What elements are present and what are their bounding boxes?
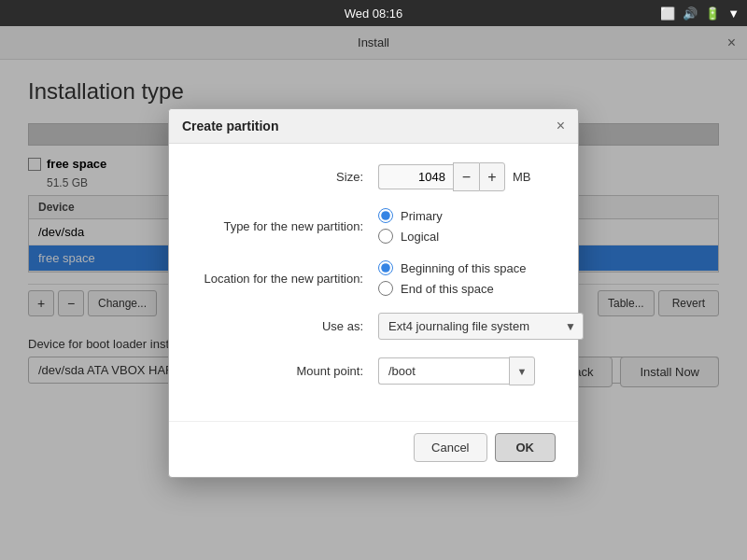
use-as-row: Use as: Ext4 journaling file system Ext3… bbox=[191, 313, 556, 340]
size-row: Size: − + MB bbox=[191, 162, 556, 191]
location-radio-group: Beginning of this space End of this spac… bbox=[378, 260, 556, 296]
volume-icon: 🔊 bbox=[683, 7, 698, 21]
radio-logical-input[interactable] bbox=[378, 229, 393, 244]
arrow-icon: ▼ bbox=[727, 7, 740, 21]
radio-beginning[interactable]: Beginning of this space bbox=[378, 260, 556, 275]
mount-point-input[interactable] bbox=[378, 357, 509, 385]
size-unit: MB bbox=[513, 170, 531, 184]
battery-icon: 🔋 bbox=[705, 7, 720, 21]
use-as-select[interactable]: Ext4 journaling file system Ext3 journal… bbox=[378, 313, 584, 340]
size-minus-button[interactable]: − bbox=[453, 162, 479, 191]
dialog-buttons: Cancel OK bbox=[169, 421, 578, 477]
partition-type-control: Primary Logical bbox=[378, 208, 556, 244]
location-control: Beginning of this space End of this spac… bbox=[378, 260, 556, 296]
radio-primary[interactable]: Primary bbox=[378, 208, 556, 223]
radio-end-input[interactable] bbox=[378, 281, 393, 296]
use-as-label: Use as: bbox=[191, 319, 378, 333]
dialog-titlebar: Create partition × bbox=[169, 109, 578, 144]
cancel-button[interactable]: Cancel bbox=[414, 433, 486, 462]
dialog-content: Size: − + MB Type for the new partition: bbox=[169, 144, 578, 421]
create-partition-dialog: Create partition × Size: − + MB bbox=[168, 108, 579, 478]
dialog-close-button[interactable]: × bbox=[557, 119, 565, 133]
dialog-title: Create partition bbox=[182, 119, 278, 133]
size-label: Size: bbox=[191, 170, 378, 184]
mount-point-row: Mount point: ▼ bbox=[191, 357, 556, 385]
radio-logical-label: Logical bbox=[401, 230, 439, 244]
location-row: Location for the new partition: Beginnin… bbox=[191, 260, 556, 296]
use-as-wrapper: Ext4 journaling file system Ext3 journal… bbox=[378, 313, 584, 340]
size-control: − + MB bbox=[378, 162, 556, 191]
partition-type-radio-group: Primary Logical bbox=[378, 208, 556, 244]
radio-primary-input[interactable] bbox=[378, 208, 393, 223]
partition-type-row: Type for the new partition: Primary Logi… bbox=[191, 208, 556, 244]
location-label: Location for the new partition: bbox=[191, 272, 378, 286]
partition-type-label: Type for the new partition: bbox=[191, 219, 378, 233]
radio-beginning-input[interactable] bbox=[378, 260, 393, 275]
radio-end[interactable]: End of this space bbox=[378, 281, 556, 296]
size-plus-button[interactable]: + bbox=[479, 162, 505, 191]
ok-button[interactable]: OK bbox=[495, 433, 557, 462]
size-input[interactable] bbox=[378, 164, 453, 189]
topbar: Wed 08:16 ⬜ 🔊 🔋 ▼ bbox=[0, 0, 747, 26]
mount-point-dropdown-button[interactable]: ▼ bbox=[509, 357, 535, 385]
main-window: Install × Installation type free space 5… bbox=[0, 26, 747, 560]
radio-beginning-label: Beginning of this space bbox=[401, 261, 526, 275]
mount-point-wrapper: ▼ bbox=[378, 357, 556, 385]
clock: Wed 08:16 bbox=[345, 7, 403, 21]
topbar-icons: ⬜ 🔊 🔋 ▼ bbox=[660, 7, 740, 21]
radio-end-label: End of this space bbox=[401, 282, 494, 296]
size-input-group: − + MB bbox=[378, 162, 556, 191]
radio-logical[interactable]: Logical bbox=[378, 229, 556, 244]
radio-primary-label: Primary bbox=[401, 209, 443, 223]
display-icon: ⬜ bbox=[660, 7, 675, 21]
mount-point-label: Mount point: bbox=[191, 364, 378, 378]
modal-overlay: Create partition × Size: − + MB bbox=[0, 26, 747, 560]
use-as-control: Ext4 journaling file system Ext3 journal… bbox=[378, 313, 584, 340]
mount-point-control: ▼ bbox=[378, 357, 556, 385]
